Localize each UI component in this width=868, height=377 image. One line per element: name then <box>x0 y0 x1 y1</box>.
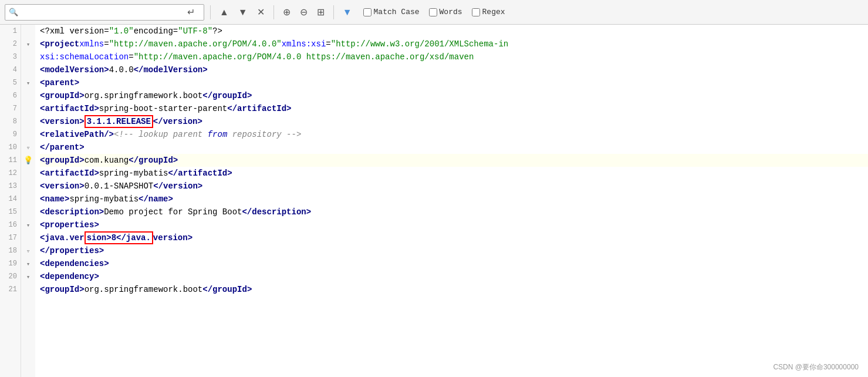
line-number: 3 <box>1 51 17 63</box>
table-row: <relativePath/> <!-- lookup parent from … <box>40 128 868 141</box>
line-number: 19 <box>1 257 17 270</box>
line-number: 4 <box>1 63 17 76</box>
line-number: 10 <box>1 141 17 154</box>
search-input[interactable] <box>21 8 185 16</box>
remove-occurrence-button[interactable]: ⊖ <box>297 5 310 19</box>
table-row: <dependencies> <box>40 257 868 270</box>
line-number: 17 <box>1 231 17 244</box>
table-row: xsi:schemaLocation="http://maven.apache.… <box>40 51 868 63</box>
words-text: Words <box>440 8 462 16</box>
close-match-button[interactable]: ✕ <box>254 5 268 19</box>
table-row: <dependency> <box>40 270 868 283</box>
line-icon[interactable]: ▾ <box>26 38 31 51</box>
search-bar: 🔍 ↵ ▲ ▼ ✕ ⊕ ⊖ ⊞ ▼ Match Case Words Regex <box>0 0 868 25</box>
line-number: 11 <box>1 154 17 167</box>
line-number: 9 <box>1 128 17 141</box>
match-case-label[interactable]: Match Case <box>363 8 420 16</box>
line-number: 2 <box>1 38 17 51</box>
regex-checkbox[interactable] <box>472 8 480 16</box>
regex-text: Regex <box>482 8 505 16</box>
collapse-icon[interactable]: ▾ <box>26 273 31 281</box>
search-divider <box>210 5 211 19</box>
collapse-icon[interactable]: ▾ <box>26 221 31 229</box>
line-number: 21 <box>1 283 17 296</box>
table-row: <name>spring-mybatis</name> <box>40 193 868 206</box>
table-row: <?xml version="1.0" encoding="UTF-8"?> <box>40 25 868 38</box>
match-case-text: Match Case <box>374 8 420 16</box>
regex-label[interactable]: Regex <box>472 8 505 16</box>
words-checkbox[interactable] <box>429 8 437 16</box>
line-numbers-gutter: 123456789101112131415161718192021 <box>0 25 21 377</box>
line-number: 7 <box>1 102 17 115</box>
search-input-wrap[interactable]: 🔍 ↵ <box>5 4 204 21</box>
search-divider-3 <box>333 5 334 19</box>
table-row: <properties> <box>40 218 868 231</box>
line-number: 12 <box>1 167 17 180</box>
line-icon[interactable]: ▿ <box>26 244 31 257</box>
search-divider-2 <box>273 5 274 19</box>
line-icon[interactable]: ▾ <box>26 76 31 89</box>
bulb-icon: 💡 <box>23 156 33 165</box>
line-number: 15 <box>1 206 17 218</box>
table-row: <modelVersion>4.0.0</modelVersion> <box>40 63 868 76</box>
table-row: <version>3.1.1.RELEASE</version> <box>40 115 868 128</box>
navigate-down-button[interactable]: ▼ <box>235 6 251 19</box>
table-row: <groupId>org.springframework.boot</group… <box>40 89 868 102</box>
line-number: 6 <box>1 89 17 102</box>
line-number: 5 <box>1 76 17 89</box>
line-number: 16 <box>1 218 17 231</box>
table-row: <groupId>com.kuang</groupId> <box>40 154 868 167</box>
icon-gutter: ▾▾▿💡▾▿▾▾ <box>21 25 35 377</box>
line-icon[interactable]: ▾ <box>26 218 31 231</box>
collapse-icon[interactable]: ▾ <box>26 79 31 87</box>
table-row: <version>0.0.1-SNAPSHOT</version> <box>40 180 868 193</box>
table-row: </parent> <box>40 141 868 154</box>
add-occurrence-button[interactable]: ⊕ <box>280 5 293 19</box>
table-row: <project xmlns="http://maven.apache.org/… <box>40 38 868 51</box>
select-all-occurrences-button[interactable]: ⊞ <box>314 5 327 19</box>
line-number: 8 <box>1 115 17 128</box>
search-magnifier-icon: 🔍 <box>9 8 18 17</box>
table-row: <description>Demo project for Spring Boo… <box>40 206 868 218</box>
editor-area: 123456789101112131415161718192021 ▾▾▿💡▾▿… <box>0 25 868 377</box>
line-icon[interactable]: 💡 <box>23 154 33 167</box>
line-icon[interactable]: ▾ <box>26 257 31 270</box>
search-enter-button[interactable]: ↵ <box>185 6 197 18</box>
line-icon[interactable]: ▾ <box>26 270 31 283</box>
collapse-icon[interactable]: ▾ <box>26 41 31 48</box>
line-number: 14 <box>1 193 17 206</box>
filter-button[interactable]: ▼ <box>340 6 355 19</box>
table-row: <java.version>8</java.version> <box>40 231 868 244</box>
search-options: Match Case Words Regex <box>363 8 505 16</box>
table-row: <artifactId>spring-mybatis</artifactId> <box>40 167 868 180</box>
table-row: <parent> <box>40 76 868 89</box>
collapse-icon[interactable]: ▾ <box>26 260 31 268</box>
navigate-up-button[interactable]: ▲ <box>217 6 232 19</box>
table-row: <artifactId>spring-boot-starter-parent</… <box>40 102 868 115</box>
watermark: CSDN @要你命300000000 <box>773 362 859 372</box>
line-number: 1 <box>1 25 17 38</box>
match-case-checkbox[interactable] <box>363 8 371 16</box>
table-row: </properties> <box>40 244 868 257</box>
line-number: 18 <box>1 244 17 257</box>
fold-icon[interactable]: ▿ <box>26 144 31 152</box>
line-icon[interactable]: ▿ <box>26 141 31 154</box>
fold-icon[interactable]: ▿ <box>26 247 31 255</box>
words-label[interactable]: Words <box>429 8 462 16</box>
code-content: <?xml version="1.0" encoding="UTF-8"?><p… <box>35 25 868 377</box>
line-number: 13 <box>1 180 17 193</box>
line-number: 20 <box>1 270 17 283</box>
table-row: <groupId>org.springframework.boot</group… <box>40 283 868 296</box>
